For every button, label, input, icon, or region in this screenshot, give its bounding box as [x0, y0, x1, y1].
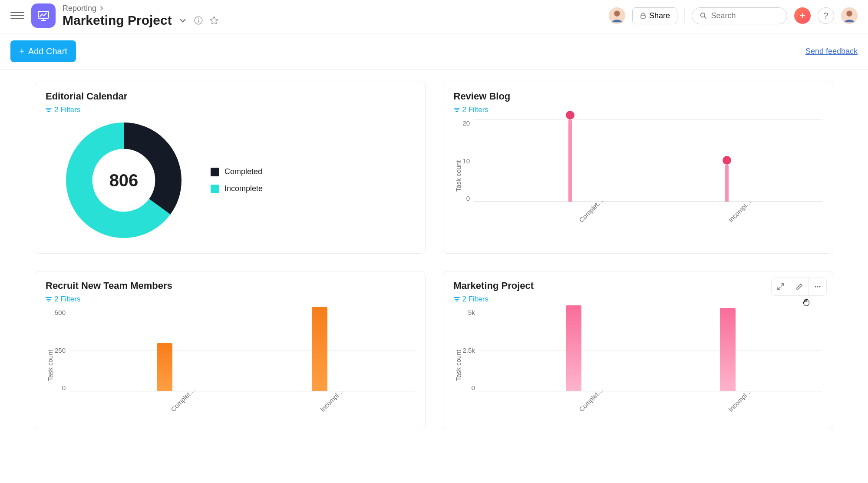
filters-label: 2 Filters — [54, 295, 80, 304]
donut-chart: 806 Completed Incomplete — [46, 114, 415, 246]
bar-completed[interactable] — [157, 343, 172, 391]
chart-presentation-icon — [36, 9, 50, 23]
page-title: Marketing Project — [63, 13, 172, 28]
filters-label: 2 Filters — [462, 106, 488, 114]
pencil-icon — [795, 283, 803, 291]
filter-icon — [454, 107, 460, 113]
legend: Completed Incomplete — [211, 167, 263, 193]
svg-point-4 — [198, 18, 199, 19]
edit-button[interactable] — [790, 278, 808, 295]
y-axis: 20 10 0 — [463, 119, 475, 202]
y-axis: 500 250 0 — [55, 309, 70, 391]
donut-total: 806 — [63, 119, 185, 241]
filters-button[interactable]: 2 Filters — [46, 295, 415, 304]
swatch — [211, 185, 219, 193]
project-icon[interactable] — [31, 3, 56, 28]
plus-icon: + — [19, 46, 25, 57]
plus-icon: + — [799, 10, 805, 22]
legend-label: Incomplete — [224, 184, 263, 193]
svg-point-16 — [817, 286, 818, 287]
y-axis-label: Task count — [454, 309, 463, 422]
card-title: Recruit New Team Members — [46, 280, 415, 291]
bar-completed[interactable] — [566, 305, 581, 391]
y-axis-label: Task count — [454, 119, 463, 232]
expand-button[interactable] — [772, 278, 790, 295]
dot-icon — [566, 111, 574, 119]
expand-icon — [777, 283, 785, 291]
svg-point-7 — [614, 11, 620, 17]
share-label: Share — [649, 11, 670, 20]
bar-incomplete[interactable] — [720, 308, 736, 391]
x-axis: Complet… Incompl… — [489, 395, 823, 402]
card-actions — [771, 278, 827, 296]
global-add-button[interactable]: + — [794, 7, 811, 24]
info-button[interactable] — [194, 16, 203, 25]
filters-button[interactable]: 2 Filters — [46, 106, 415, 114]
bar-completed[interactable] — [568, 119, 572, 202]
filters-button[interactable]: 2 Filters — [454, 106, 823, 114]
menu-toggle[interactable] — [10, 9, 24, 23]
chevron-down-icon — [178, 16, 188, 25]
svg-point-17 — [819, 286, 820, 287]
send-feedback-link[interactable]: Send feedback — [805, 47, 858, 56]
dot-icon — [723, 156, 731, 165]
chart-card-marketing[interactable]: Marketing Project 2 Filters Task count 5… — [443, 271, 834, 429]
filter-icon — [454, 296, 460, 302]
info-icon — [194, 16, 203, 25]
breadcrumb[interactable]: Reporting — [63, 4, 219, 13]
user-avatar[interactable] — [841, 7, 858, 24]
question-icon: ? — [823, 11, 828, 21]
chart-card-review[interactable]: Review Blog 2 Filters Task count 20 10 0 — [443, 82, 834, 254]
lollipop-chart: Task count 20 10 0 — [454, 119, 823, 232]
search-icon — [700, 12, 706, 20]
chart-card-editorial[interactable]: Editorial Calendar 2 Filters 806 Complet… — [35, 82, 426, 254]
toolbar: + Add Chart Send feedback — [0, 33, 868, 69]
chevron-right-icon — [99, 6, 104, 11]
more-icon — [814, 283, 822, 291]
swatch — [211, 168, 219, 176]
card-title: Editorial Calendar — [46, 91, 415, 102]
favorite-button[interactable] — [209, 16, 219, 25]
filters-button[interactable]: 2 Filters — [454, 295, 823, 304]
y-axis: 5k 2.5k 0 — [463, 309, 479, 391]
bar-incomplete[interactable] — [312, 307, 327, 391]
more-button[interactable] — [808, 278, 826, 295]
separator — [684, 8, 685, 23]
add-chart-label: Add Chart — [28, 46, 67, 56]
lock-icon — [640, 12, 647, 19]
search-input[interactable] — [711, 11, 779, 20]
bar-incomplete[interactable] — [725, 165, 729, 202]
star-icon — [209, 16, 219, 25]
title-block: Reporting Marketing Project — [63, 4, 219, 28]
filters-label: 2 Filters — [54, 106, 80, 114]
x-axis: Complet… Incompl… — [489, 205, 823, 213]
breadcrumb-label: Reporting — [63, 4, 96, 13]
svg-line-10 — [704, 17, 706, 18]
filter-icon — [46, 107, 52, 113]
card-title: Marketing Project — [454, 280, 823, 291]
svg-point-15 — [815, 286, 816, 287]
bar-chart: Task count 500 250 0 — [46, 309, 415, 422]
card-title: Review Blog — [454, 91, 823, 102]
filters-label: 2 Filters — [462, 295, 488, 304]
share-button[interactable]: Share — [632, 7, 677, 24]
dashboard-grid: Editorial Calendar 2 Filters 806 Complet… — [0, 69, 868, 441]
svg-point-12 — [846, 11, 852, 17]
search-box[interactable] — [692, 7, 787, 24]
member-avatar[interactable] — [609, 7, 625, 24]
title-dropdown[interactable] — [178, 16, 188, 25]
chart-card-recruit[interactable]: Recruit New Team Members 2 Filters Task … — [35, 271, 426, 429]
svg-rect-5 — [198, 20, 199, 23]
x-axis: Complet… Incompl… — [81, 395, 415, 402]
legend-item-completed[interactable]: Completed — [211, 167, 263, 176]
filter-icon — [46, 296, 52, 302]
legend-label: Completed — [224, 167, 262, 176]
add-chart-button[interactable]: + Add Chart — [10, 40, 76, 62]
help-button[interactable]: ? — [818, 7, 834, 24]
topbar: Reporting Marketing Project Share + — [0, 0, 868, 33]
svg-rect-8 — [641, 15, 645, 18]
bar-chart: Task count 5k 2.5k 0 — [454, 309, 823, 422]
legend-item-incomplete[interactable]: Incomplete — [211, 184, 263, 193]
y-axis-label: Task count — [46, 309, 55, 422]
